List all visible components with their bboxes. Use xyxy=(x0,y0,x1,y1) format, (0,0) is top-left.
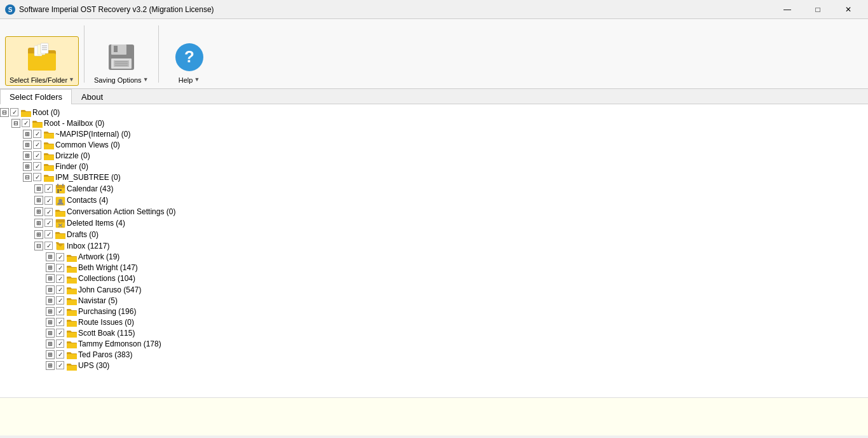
expand-button[interactable]: ⊞ xyxy=(46,252,55,261)
tree-checkbox[interactable]: ✓ xyxy=(22,119,30,127)
tree-item[interactable]: ⊞✓ Purchasing (196) xyxy=(0,306,868,317)
expand-button[interactable]: ⊞ xyxy=(23,151,32,160)
expand-button[interactable]: ⊞ xyxy=(46,296,55,305)
tree-checkbox[interactable]: ✓ xyxy=(44,230,53,238)
tree-checkbox[interactable]: ✓ xyxy=(44,196,53,205)
expand-button[interactable]: ⊞ xyxy=(46,285,55,294)
tabs-bar: Select Folders About xyxy=(0,89,868,104)
tree-item[interactable]: ⊞✓ Scott Boak (115) xyxy=(0,327,868,338)
tree-item-label: UPS (30) xyxy=(78,361,109,370)
tree-checkbox[interactable]: ✓ xyxy=(56,339,64,348)
tree-checkbox[interactable]: ✓ xyxy=(56,318,64,326)
tree-item[interactable]: ⊟✓ Inbox (1217) xyxy=(0,240,868,252)
tree-item[interactable]: ⊞✓ Tammy Edmonson (178) xyxy=(0,338,868,349)
tree-item[interactable]: ⊟✓ Root - Mailbox (0) xyxy=(0,118,868,128)
help-arrow: ▼ xyxy=(194,76,200,83)
tree-checkbox[interactable]: ✓ xyxy=(44,242,53,250)
expand-button[interactable]: ⊞ xyxy=(46,318,55,327)
tree-item-label: Navistar (5) xyxy=(78,296,118,305)
folder-icon xyxy=(43,151,55,160)
maximize-button[interactable]: □ xyxy=(803,0,832,19)
tree-item[interactable]: ⊞✓ Drafts (0) xyxy=(0,229,868,240)
tree-item[interactable]: ⊞✓ Conversation Action Settings (0) xyxy=(0,207,868,217)
folder-icon xyxy=(65,285,78,294)
app-icon: S xyxy=(5,4,15,15)
tree-item[interactable]: ⊟✓ IPM_SUBTREE (0) xyxy=(0,172,868,182)
tree-item-label: Purchasing (196) xyxy=(78,307,136,316)
tree-item[interactable]: ⊞✓ Calendar (43) xyxy=(0,182,868,195)
close-button[interactable]: ✕ xyxy=(834,0,863,19)
select-files-folder-button[interactable]: Select Files/Folder ▼ xyxy=(5,36,79,86)
tab-about[interactable]: About xyxy=(72,89,112,104)
expand-button[interactable]: ⊞ xyxy=(46,329,55,338)
tree-checkbox[interactable]: ✓ xyxy=(33,140,41,149)
expand-button[interactable]: ⊞ xyxy=(46,350,55,359)
tree-item[interactable]: ⊞✓ Finder (0) xyxy=(0,161,868,172)
tree-checkbox[interactable]: ✓ xyxy=(10,108,18,116)
expand-button[interactable]: ⊞ xyxy=(23,162,32,171)
tree-item[interactable]: ⊞✓ Ted Paros (383) xyxy=(0,349,868,360)
tree-item[interactable]: ⊞✓ ~MAPISP(Internal) (0) xyxy=(0,128,868,139)
svg-rect-10 xyxy=(114,46,118,52)
expand-button[interactable]: ⊞ xyxy=(46,307,55,316)
tree-checkbox[interactable]: ✓ xyxy=(56,285,64,294)
expand-button[interactable]: ⊞ xyxy=(34,196,43,205)
expand-button[interactable]: ⊟ xyxy=(34,242,43,250)
tree-item[interactable]: ⊞✓ Collections (104) xyxy=(0,273,868,284)
tree-item[interactable]: ⊞✓ Contacts (4) xyxy=(0,195,868,207)
tree-checkbox[interactable]: ✓ xyxy=(56,296,64,305)
tree-checkbox[interactable]: ✓ xyxy=(56,361,64,369)
folder-icon xyxy=(65,328,78,338)
tree-checkbox[interactable]: ✓ xyxy=(44,219,53,227)
ribbon: Select Files/Folder ▼ Saving Options ▼ xyxy=(0,19,868,89)
tree-item-label: Deleted Items (4) xyxy=(67,219,125,228)
tree-item[interactable]: ⊞✓ Route Issues (0) xyxy=(0,317,868,327)
tree-checkbox[interactable]: ✓ xyxy=(56,350,64,359)
tree-checkbox[interactable]: ✓ xyxy=(56,253,64,261)
tree-panel[interactable]: ⊟✓ Root (0)⊟✓ Root - Mailbox (0)⊞✓ ~MAPI… xyxy=(0,104,868,397)
tree-checkbox[interactable]: ✓ xyxy=(44,208,53,216)
titlebar-left: S Software Imperial OST Recovery v3.2 (M… xyxy=(5,4,214,15)
expand-button[interactable]: ⊞ xyxy=(34,184,43,193)
tree-checkbox[interactable]: ✓ xyxy=(33,151,41,160)
tree-item[interactable]: ⊞✓ Deleted Items (4) xyxy=(0,217,868,229)
tree-checkbox[interactable]: ✓ xyxy=(56,307,64,315)
help-label: Help xyxy=(179,76,193,84)
tree-item[interactable]: ⊞✓ UPS (30) xyxy=(0,360,868,371)
tree-item[interactable]: ⊞✓ Drizzle (0) xyxy=(0,150,868,161)
tree-item-label: Calendar (43) xyxy=(67,184,113,193)
expand-button[interactable]: ⊞ xyxy=(23,140,32,149)
expand-button[interactable]: ⊟ xyxy=(0,108,9,117)
tree-checkbox[interactable]: ✓ xyxy=(44,184,53,193)
expand-button[interactable]: ⊞ xyxy=(34,230,43,239)
tree-item-label: Beth Wright (147) xyxy=(78,263,138,272)
minimize-button[interactable]: — xyxy=(773,0,802,19)
tree-item[interactable]: ⊞✓ John Caruso (547) xyxy=(0,284,868,295)
saving-options-button[interactable]: Saving Options ▼ xyxy=(90,36,153,86)
expand-button[interactable]: ⊞ xyxy=(46,339,55,348)
tree-item[interactable]: ⊞✓ Beth Wright (147) xyxy=(0,263,868,273)
tree-item[interactable]: ⊞✓ Artwork (19) xyxy=(0,252,868,263)
expand-button[interactable]: ⊟ xyxy=(11,119,20,128)
expand-button[interactable]: ⊞ xyxy=(23,130,32,139)
tree-checkbox[interactable]: ✓ xyxy=(33,162,41,170)
tree-item[interactable]: ⊞✓ Navistar (5) xyxy=(0,295,868,306)
tree-item[interactable]: ⊞✓ Common Views (0) xyxy=(0,139,868,150)
tree-checkbox[interactable]: ✓ xyxy=(33,173,41,181)
folder-icon xyxy=(54,207,67,217)
ribbon-separator-1 xyxy=(84,25,85,83)
expand-button[interactable]: ⊟ xyxy=(23,173,32,182)
folder-icon xyxy=(43,129,55,139)
tree-checkbox[interactable]: ✓ xyxy=(33,130,41,138)
tree-checkbox[interactable]: ✓ xyxy=(56,275,64,283)
expand-button[interactable]: ⊞ xyxy=(34,219,43,228)
expand-button[interactable]: ⊞ xyxy=(46,263,55,272)
tab-select-folders[interactable]: Select Folders xyxy=(0,89,72,104)
tree-checkbox[interactable]: ✓ xyxy=(56,264,64,272)
expand-button[interactable]: ⊞ xyxy=(34,207,43,216)
tree-checkbox[interactable]: ✓ xyxy=(56,329,64,337)
expand-button[interactable]: ⊞ xyxy=(46,274,55,283)
expand-button[interactable]: ⊞ xyxy=(46,361,55,370)
tree-item[interactable]: ⊟✓ Root (0) xyxy=(0,107,868,118)
help-button[interactable]: ? Help ▼ xyxy=(164,36,215,86)
